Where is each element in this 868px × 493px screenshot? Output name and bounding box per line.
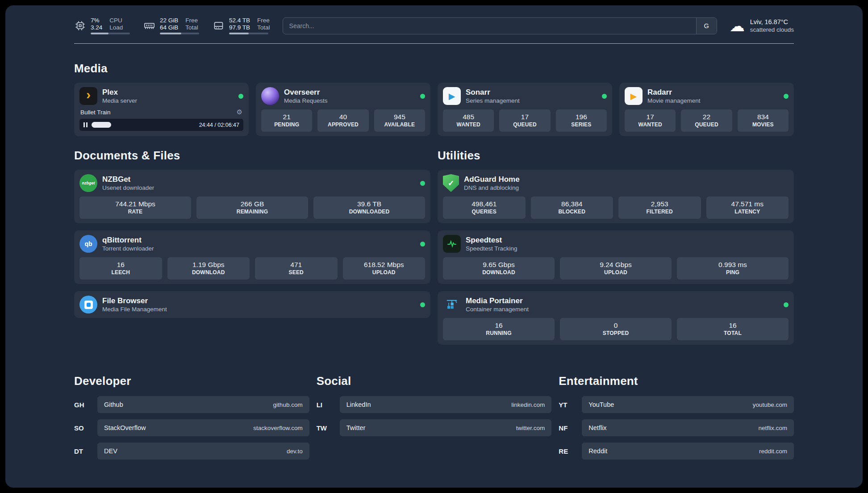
stat-label: DOWNLOADED	[317, 209, 421, 215]
stat-box: 485 WANTED	[443, 109, 494, 132]
service-card-qbittorrent[interactable]: qb qBittorrent Torrent downloader 16 LEE…	[74, 230, 430, 284]
now-playing-title: Bullet Train	[80, 109, 111, 116]
bookmark-pill: Netflix netflix.com	[582, 419, 794, 436]
bookmark-url: stackoverflow.com	[253, 425, 302, 431]
bookmark-url: linkedin.com	[511, 401, 545, 408]
search-engine-button[interactable]: G	[696, 18, 717, 34]
stat-box: 40 APPROVED	[317, 109, 368, 132]
social-bookmarks: Social LI LinkedIn linkedin.com TW Twitt…	[317, 352, 552, 466]
stat-label: QUERIES	[447, 209, 522, 215]
playback-time: 24:44 / 02:06:47	[199, 122, 239, 128]
app-description: Media Requests	[284, 97, 328, 104]
status-dot	[784, 302, 789, 307]
app-name: Sonarr	[466, 88, 520, 96]
utilities-column: Utilities ✓ AdGuard Home DNS and adblock…	[438, 136, 794, 352]
service-card-sonarr[interactable]: ▶ Sonarr Series management 485 WANTED 17…	[438, 83, 612, 136]
stat-label: SEED	[259, 269, 334, 276]
bookmark-stackoverflow[interactable]: SO StackOverflow stackoverflow.com	[74, 419, 309, 436]
service-card-overseerr[interactable]: Overseerr Media Requests 21 PENDING 40 A…	[256, 83, 430, 136]
service-card-radarr[interactable]: ▶ Radarr Movie management 17 WANTED 22 Q…	[619, 83, 794, 136]
section-title-entertainment: Entertainment	[559, 374, 794, 388]
app-name: Speedtest	[466, 236, 517, 244]
bookmark-abbr: GH	[74, 401, 92, 409]
bookmark-name: Github	[104, 401, 123, 408]
service-card-filebrowser[interactable]: File Browser Media File Management	[74, 291, 430, 318]
stat-box: 266 GB REMAINING	[196, 196, 308, 219]
stat-box: 22 QUEUED	[681, 109, 732, 132]
section-title-utilities: Utilities	[438, 149, 794, 163]
service-card-nzbget[interactable]: nzbget NZBGet Usenet downloader 744.21 M…	[74, 170, 430, 223]
stat-label: REMAINING	[200, 209, 305, 215]
cpu-label-top: CPU	[109, 17, 123, 24]
stat-box: 471 SEED	[255, 257, 338, 280]
cloud-icon: ☁	[730, 18, 745, 33]
bookmark-reddit[interactable]: RE Reddit reddit.com	[559, 443, 794, 460]
radarr-icon: ▶	[625, 87, 643, 105]
stat-label: DOWNLOAD	[171, 269, 246, 276]
app-description: Movie management	[647, 97, 701, 104]
plex-icon: ›	[79, 87, 97, 105]
app-description: Speedtest Tracking	[466, 245, 517, 252]
filebrowser-icon	[79, 296, 97, 313]
stat-value: 498,461	[447, 200, 522, 208]
bookmark-twitter[interactable]: TW Twitter twitter.com	[317, 419, 552, 436]
stat-value: 485	[447, 113, 490, 121]
status-dot	[420, 94, 425, 99]
stat-label: SERIES	[559, 121, 603, 128]
bookmark-youtube[interactable]: YT YouTube youtube.com	[559, 396, 794, 413]
gear-icon[interactable]: ⚙	[237, 108, 242, 116]
app-name: AdGuard Home	[464, 175, 520, 184]
status-dot	[784, 94, 789, 99]
stat-label: FILTERED	[622, 209, 697, 215]
bookmark-github[interactable]: GH Github github.com	[74, 396, 309, 413]
stat-box: 1.19 Gbps DOWNLOAD	[167, 257, 250, 280]
stat-label: UPLOAD	[563, 269, 668, 276]
service-card-speedtest[interactable]: Speedtest Speedtest Tracking 9.65 Gbps D…	[438, 230, 794, 284]
stat-value: 40	[321, 113, 365, 121]
bookmark-url: netflix.com	[758, 425, 787, 431]
playback-progress-bar[interactable]	[92, 119, 195, 131]
stat-box: 16 TOTAL	[677, 318, 789, 340]
app-description: Container management	[466, 306, 529, 313]
stat-box: 39.6 TB DOWNLOADED	[313, 196, 425, 219]
adguard-icon: ✓	[443, 174, 459, 192]
service-card-adguard[interactable]: ✓ AdGuard Home DNS and adblocking 498,46…	[438, 170, 794, 223]
bookmark-name: YouTube	[588, 401, 614, 408]
stat-box: 21 PENDING	[261, 109, 312, 132]
bookmark-pill: YouTube youtube.com	[582, 396, 794, 413]
bookmark-name: Twitter	[346, 424, 366, 431]
bookmark-name: Reddit	[588, 447, 607, 455]
disk-usage-bar	[229, 33, 268, 34]
bookmark-pill: Github github.com	[97, 396, 309, 413]
bookmark-abbr: NF	[559, 424, 576, 432]
stat-box: 498,461 QUERIES	[443, 196, 526, 219]
weather-widget: ☁ Lviv, 16.87°C scattered clouds	[730, 18, 794, 33]
bookmarks-section: Developer GH Github github.com SO StackO…	[74, 352, 794, 466]
stat-value: 2,953	[622, 200, 697, 208]
stat-label: LEECH	[83, 269, 159, 276]
stat-box: 47.571 ms LATENCY	[706, 196, 789, 219]
bookmark-netflix[interactable]: NF Netflix netflix.com	[559, 419, 794, 436]
overseerr-icon	[261, 87, 279, 105]
search-input[interactable]	[283, 18, 696, 34]
bookmark-pill: StackOverflow stackoverflow.com	[97, 419, 309, 436]
bookmark-name: StackOverflow	[104, 424, 146, 431]
topbar: 7% 3.24 CPU Load	[74, 17, 794, 34]
pause-button[interactable]	[83, 122, 88, 127]
stat-label: DOWNLOAD	[447, 269, 551, 276]
service-card-plex[interactable]: › Plex Media server Bullet Train ⚙	[74, 83, 249, 136]
status-dot	[238, 94, 243, 99]
bookmark-linkedin[interactable]: LI LinkedIn linkedin.com	[317, 396, 552, 413]
stat-value: 22	[684, 113, 728, 121]
stat-box: 618.52 Mbps UPLOAD	[343, 257, 426, 280]
stat-label: LATENCY	[710, 209, 785, 215]
weather-condition: scattered clouds	[750, 26, 794, 33]
stat-box: 9.24 Gbps UPLOAD	[560, 257, 672, 280]
service-card-portainer[interactable]: Media Portainer Container management 16 …	[438, 291, 794, 345]
bookmark-dev[interactable]: DT DEV dev.to	[74, 443, 309, 460]
stat-value: 47.571 ms	[710, 200, 785, 208]
disk-metric: 52.4 TB 97.9 TB Free Total	[213, 17, 270, 34]
status-dot	[420, 242, 425, 246]
status-dot	[602, 94, 607, 99]
stat-box: 834 MOVIES	[738, 109, 789, 132]
